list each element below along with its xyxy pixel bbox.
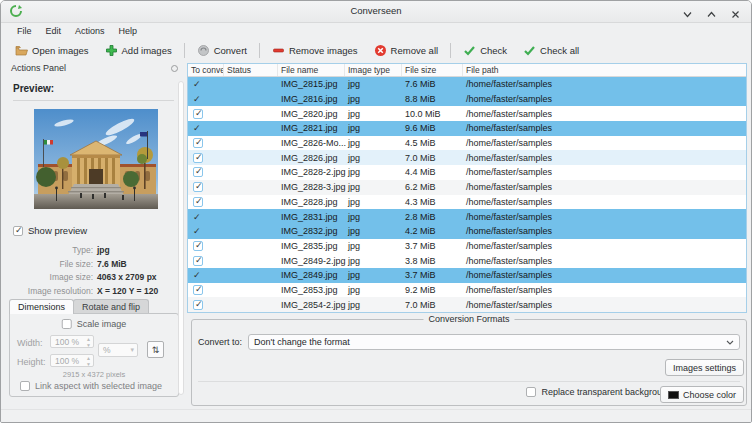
check-icon — [463, 44, 476, 57]
unit-combobox[interactable]: % ▾ — [98, 343, 138, 357]
info-label: Image size: — [5, 272, 93, 282]
menu-item-edit[interactable]: Edit — [39, 25, 69, 37]
to-convert-checkbox[interactable] — [193, 153, 203, 163]
column-header-image-type[interactable]: Image type — [345, 64, 402, 76]
to-convert-checkbox[interactable]: ✓ — [193, 123, 201, 133]
to-convert-checkbox[interactable] — [193, 182, 203, 192]
file-path-cell: /home/faster/samples — [463, 167, 746, 177]
replace-background-checkbox[interactable] — [526, 387, 536, 397]
file-size-cell: 7.6 MiB — [402, 79, 463, 89]
column-header-file-name[interactable]: File name — [278, 64, 345, 76]
table-row[interactable]: ✓IMG_2821.jpgjpg9.6 MiB/home/faster/samp… — [188, 121, 746, 136]
file-path-cell: /home/faster/samples — [463, 197, 746, 207]
choose-color-button[interactable]: Choose color — [660, 386, 744, 403]
chevron-down-icon: ▾ — [130, 346, 134, 354]
convert-icon — [197, 44, 210, 57]
info-label: File size: — [5, 259, 93, 269]
to-convert-checkbox[interactable]: ✓ — [193, 212, 201, 222]
show-preview-checkbox[interactable] — [13, 226, 23, 236]
table-row[interactable]: IMG_2835.jpgjpg3.7 MiB/home/faster/sampl… — [188, 239, 746, 254]
info-value: X = 120 Y = 120 — [97, 286, 184, 296]
to-convert-checkbox[interactable] — [193, 285, 203, 295]
column-header-status[interactable]: Status — [224, 64, 278, 76]
table-row[interactable]: ✓IMG_2816.jpgjpg8.8 MiB/home/faster/samp… — [188, 92, 746, 107]
to-convert-checkbox[interactable] — [193, 109, 203, 119]
format-combobox[interactable]: Don't change the format — [248, 334, 740, 350]
file-name-cell: IMG_2820.jpg — [278, 109, 345, 119]
file-size-cell: 3.7 MiB — [402, 270, 463, 280]
toolbar-button-label: Check — [480, 45, 507, 56]
to-convert-checkbox[interactable] — [193, 300, 203, 310]
file-size-cell: 4.3 MiB — [402, 197, 463, 207]
to-convert-checkbox[interactable]: ✓ — [193, 270, 201, 280]
title-bar[interactable]: Converseen — [1, 1, 751, 23]
toolbar-button-label: Add images — [122, 45, 172, 56]
to-convert-checkbox[interactable] — [193, 167, 203, 177]
table-row[interactable]: ✓IMG_2849.jpgjpg3.7 MiB/home/faster/samp… — [188, 268, 746, 283]
check-button[interactable]: Check — [455, 42, 515, 59]
width-spinbox[interactable]: 100 % ▲▼ — [50, 335, 94, 348]
column-header-file-size[interactable]: File size — [402, 64, 463, 76]
info-value: jpg — [97, 245, 184, 255]
file-path-cell: /home/faster/samples — [463, 226, 746, 236]
remove-images-icon — [272, 44, 285, 57]
separator — [198, 381, 740, 382]
info-row: Type:jpg — [5, 245, 184, 255]
remove-images-button[interactable]: Remove images — [264, 42, 366, 59]
scale-image-checkbox[interactable] — [62, 319, 72, 329]
menu-item-help[interactable]: Help — [112, 25, 145, 37]
swap-dimensions-button[interactable]: ⇅ — [147, 341, 164, 358]
convert-button[interactable]: Convert — [189, 42, 255, 59]
table-row[interactable]: IMG_2854-2.jpgjpg7.0 MiB/home/faster/sam… — [188, 297, 746, 312]
to-convert-checkbox[interactable] — [193, 138, 203, 148]
to-convert-checkbox[interactable] — [193, 197, 203, 207]
column-header-file-path[interactable]: File path — [463, 64, 746, 76]
minimize-button[interactable] — [682, 6, 693, 17]
to-convert-checkbox[interactable]: ✓ — [193, 226, 201, 236]
table-row[interactable]: IMG_2853.jpgjpg9.2 MiB/home/faster/sampl… — [188, 283, 746, 298]
spin-arrows-icon[interactable]: ▲▼ — [86, 336, 91, 348]
image-type-cell: jpg — [345, 212, 402, 222]
table-row[interactable]: IMG_2826.jpgjpg7.0 MiB/home/faster/sampl… — [188, 150, 746, 165]
table-row[interactable]: ✓IMG_2832.jpgjpg4.2 MiB/home/faster/samp… — [188, 224, 746, 239]
table-row[interactable]: IMG_2826-Mo...jpg4.5 MiB/home/faster/sam… — [188, 136, 746, 151]
table-header: To convertStatusFile nameImage typeFile … — [188, 64, 746, 77]
to-convert-checkbox[interactable]: ✓ — [193, 79, 201, 89]
table-row[interactable]: IMG_2828.jpgjpg4.3 MiB/home/faster/sampl… — [188, 195, 746, 210]
remove-all-button[interactable]: Remove all — [366, 42, 447, 59]
file-name-cell: IMG_2816.jpg — [278, 94, 345, 104]
maximize-button[interactable] — [706, 6, 717, 17]
table-row[interactable]: ✓IMG_2815.jpgjpg7.6 MiB/home/faster/samp… — [188, 77, 746, 92]
images-settings-button[interactable]: Images settings — [665, 359, 744, 376]
table-row[interactable]: ✓IMG_2831.jpgjpg2.8 MiB/home/faster/samp… — [188, 209, 746, 224]
check-all-button[interactable]: Check all — [515, 42, 587, 59]
tab-rotate-and-flip[interactable]: Rotate and flip — [73, 299, 149, 314]
tab-dimensions[interactable]: Dimensions — [9, 299, 74, 314]
column-header-to-convert[interactable]: To convert — [188, 64, 224, 76]
height-spinbox[interactable]: 100 % ▲▼ — [50, 354, 94, 367]
menu-item-file[interactable]: File — [10, 25, 39, 37]
link-aspect-label: Link aspect with selected image — [35, 381, 162, 391]
add-images-button[interactable]: Add images — [97, 42, 180, 59]
to-convert-checkbox[interactable]: ✓ — [193, 94, 201, 104]
to-convert-checkbox[interactable] — [193, 256, 203, 266]
toolbar: Open imagesAdd imagesConvertRemove image… — [1, 39, 751, 62]
to-convert-checkbox[interactable] — [193, 241, 203, 251]
open-images-button[interactable]: Open images — [7, 42, 97, 59]
image-type-cell: jpg — [345, 270, 402, 280]
table-row[interactable]: IMG_2849-2.jpgjpg3.8 MiB/home/faster/sam… — [188, 253, 746, 268]
color-swatch-icon — [668, 391, 679, 399]
menu-item-actions[interactable]: Actions — [68, 25, 112, 37]
file-size-cell: 9.6 MiB — [402, 123, 463, 133]
file-path-cell: /home/faster/samples — [463, 153, 746, 163]
link-aspect-checkbox[interactable] — [20, 381, 30, 391]
preview-label: Preview: — [13, 83, 174, 101]
dock-scrollbar[interactable] — [178, 81, 184, 395]
spin-arrows-icon[interactable]: ▲▼ — [86, 355, 91, 367]
file-path-cell: /home/faster/samples — [463, 182, 746, 192]
table-row[interactable]: IMG_2828-3.jpgjpg6.2 MiB/home/faster/sam… — [188, 180, 746, 195]
table-row[interactable]: IMG_2828-2.jpgjpg4.4 MiB/home/faster/sam… — [188, 165, 746, 180]
close-button[interactable] — [730, 6, 741, 17]
dock-float-icon[interactable] — [171, 65, 178, 72]
table-row[interactable]: IMG_2820.jpgjpg10.0 MiB/home/faster/samp… — [188, 106, 746, 121]
